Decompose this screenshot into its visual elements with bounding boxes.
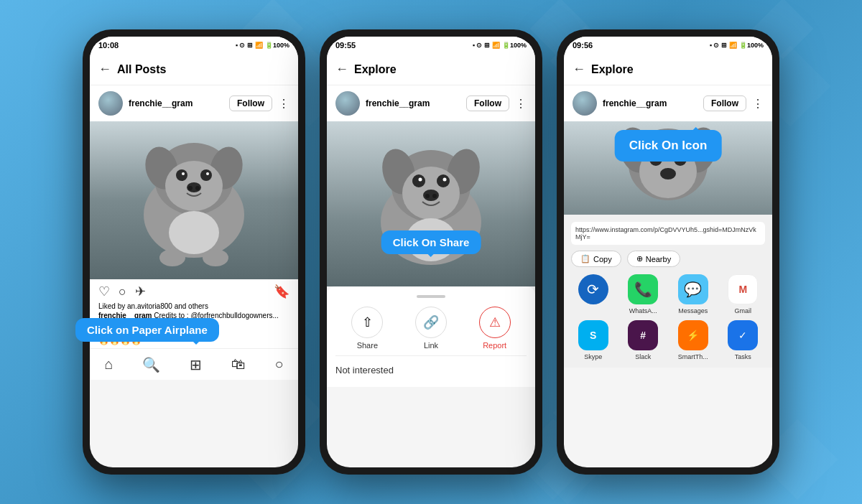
copy-app[interactable]: ⟳ (571, 274, 616, 314)
svg-point-24 (419, 178, 422, 182)
phone-1-screen: 10:08 ▪ ⊙ ⊞ 📶 🔋100% ← All Posts frenchie… (90, 37, 298, 467)
share-option-link[interactable]: 🔗 Link (415, 307, 447, 350)
phone-3-dots[interactable]: ⋮ (752, 97, 764, 111)
phone-3-avatar-img (573, 91, 597, 116)
comment-icon[interactable]: ○ (119, 284, 126, 299)
svg-point-23 (437, 174, 450, 187)
phone-1-tooltip: Click on Paper Airplane (75, 318, 219, 342)
back-icon-1[interactable]: ← (98, 62, 111, 77)
svg-point-22 (412, 174, 425, 187)
tasks-app[interactable]: ✓ Tasks (721, 320, 766, 360)
dog-illustration-1 (90, 121, 298, 279)
phone-2-header: ← Explore (327, 54, 535, 85)
skype-app[interactable]: S Skype (571, 320, 616, 360)
phone-1-follow-button[interactable]: Follow (229, 95, 272, 111)
phone-1-bottom-nav: ⌂ 🔍 ⊞ 🛍 ○ (90, 348, 298, 380)
phone-2-username: frenchie__gram (366, 98, 460, 108)
svg-point-9 (206, 172, 209, 175)
phone-2-time: 09:55 (335, 41, 356, 50)
back-icon-3[interactable]: ← (573, 62, 585, 77)
skype-icon: S (578, 320, 608, 350)
liked-by: Liked by an.avitoria800 and others (98, 302, 289, 310)
smart-icon: ⚡ (678, 320, 708, 350)
phone-1: 10:08 ▪ ⊙ ⊞ 📶 🔋100% ← All Posts frenchie… (83, 29, 305, 475)
phone-1-action-icons: ♡ ○ ✈ 🔖 (98, 284, 289, 299)
svg-point-39 (660, 168, 676, 179)
phone-3-avatar (573, 91, 597, 116)
phone-2-title: Explore (354, 63, 527, 76)
copy-app-icon: ⟳ (578, 274, 608, 304)
back-icon-2[interactable]: ← (335, 62, 348, 77)
phone-1-title: All Posts (117, 63, 289, 76)
phone-2-share-sheet: ⇧ Share 🔗 Link ⚠ Report Not interested (327, 286, 535, 387)
phones-container: 10:08 ▪ ⊙ ⊞ 📶 🔋100% ← All Posts frenchie… (0, 0, 862, 504)
phone-3-status-icons: ▪ ⊙ ⊞ 📶 🔋100% (710, 42, 764, 49)
copy-icon: 📋 (580, 254, 590, 263)
phone-1-dots[interactable]: ⋮ (278, 97, 289, 111)
phone-3-status-bar: 09:56 ▪ ⊙ ⊞ 📶 🔋100% (564, 37, 772, 54)
search-nav-icon[interactable]: 🔍 (142, 356, 160, 373)
svg-point-6 (176, 169, 187, 181)
whatsapp-icon: 📞 (628, 274, 658, 304)
share-option-share[interactable]: ⇧ Share (351, 307, 383, 350)
share-quick-actions: 📋 Copy ⊕ Nearby (571, 251, 765, 267)
phone-2-tooltip: Click On Share (381, 230, 481, 254)
share-options: ⇧ Share 🔗 Link ⚠ Report (335, 307, 527, 350)
phone-3-time: 09:56 (573, 41, 593, 50)
phone-3-follow-button[interactable]: Follow (703, 95, 746, 111)
svg-point-11 (188, 186, 193, 190)
slack-app[interactable]: # Slack (621, 320, 666, 360)
svg-point-25 (443, 178, 447, 182)
svg-point-14 (159, 249, 185, 266)
svg-point-27 (425, 194, 430, 198)
gmail-app[interactable]: M Gmail (721, 274, 766, 314)
shop-nav-icon[interactable]: 🛍 (231, 356, 246, 373)
phone-2-avatar-img (335, 91, 360, 116)
messages-icon: 💬 (678, 274, 708, 304)
tasks-icon: ✓ (728, 320, 758, 350)
nearby-button[interactable]: ⊕ Nearby (627, 251, 680, 267)
share-label-share: Share (357, 341, 378, 350)
phone-1-post-image (90, 121, 298, 279)
phone-1-status-bar: 10:08 ▪ ⊙ ⊞ 📶 🔋100% (90, 37, 298, 54)
phone-2-avatar (335, 91, 360, 116)
share-label-link: Link (424, 341, 438, 350)
phone-2-follow-button[interactable]: Follow (466, 95, 509, 111)
phone-3-username: frenchie__gram (603, 98, 698, 108)
share-paper-airplane-icon[interactable]: ✈ (135, 284, 146, 299)
plus-nav-icon[interactable]: ⊞ (190, 356, 202, 373)
copy-button[interactable]: 📋 Copy (571, 251, 621, 267)
svg-point-7 (200, 169, 212, 181)
phone-2-status-bar: 09:55 ▪ ⊙ ⊞ 📶 🔋100% (327, 37, 535, 54)
phone-3-tooltip: Click On Icon (615, 130, 722, 162)
phone-3-title: Explore (591, 63, 764, 76)
phone-2-dots[interactable]: ⋮ (515, 97, 527, 111)
phone-1-user-row: frenchie__gram Follow ⋮ (90, 85, 298, 121)
phone-3-share-dialog: https://www.instagram.com/p/CgDVVYUh5...… (564, 215, 772, 368)
phone-2-user-row: frenchie__gram Follow ⋮ (327, 85, 535, 121)
share-option-report[interactable]: ⚠ Report (479, 307, 511, 350)
share-apps-grid: ⟳ 📞 WhatsA... 💬 Messages M Gmail (571, 274, 765, 360)
bookmark-icon[interactable]: 🔖 (274, 284, 289, 299)
smart-app[interactable]: ⚡ SmartTh... (671, 320, 715, 360)
phone-1-avatar-img (98, 91, 123, 116)
phone-3: 09:56 ▪ ⊙ ⊞ 📶 🔋100% ← Explore frenchie__… (557, 29, 779, 475)
svg-point-13 (169, 211, 219, 254)
home-nav-icon[interactable]: ⌂ (104, 356, 113, 373)
profile-nav-icon[interactable]: ○ (274, 356, 283, 373)
phone-2: 09:55 ▪ ⊙ ⊞ 📶 🔋100% ← Explore frenchie__… (320, 29, 542, 475)
share-url: https://www.instagram.com/p/CgDVVYUh5...… (571, 222, 765, 245)
share-circle-share: ⇧ (351, 307, 383, 338)
heart-icon[interactable]: ♡ (98, 284, 110, 299)
not-interested: Not interested (335, 355, 527, 378)
share-handle (417, 295, 445, 298)
share-circle-report: ⚠ (479, 307, 511, 338)
phone-1-time: 10:08 (98, 41, 119, 50)
nearby-icon: ⊕ (636, 254, 643, 263)
phone-1-header: ← All Posts (90, 54, 298, 85)
messages-app[interactable]: 💬 Messages (671, 274, 715, 314)
phone-1-username: frenchie__gram (129, 98, 223, 108)
share-label-report: Report (483, 341, 506, 350)
svg-point-15 (203, 249, 228, 266)
whatsapp-app[interactable]: 📞 WhatsA... (621, 274, 666, 314)
